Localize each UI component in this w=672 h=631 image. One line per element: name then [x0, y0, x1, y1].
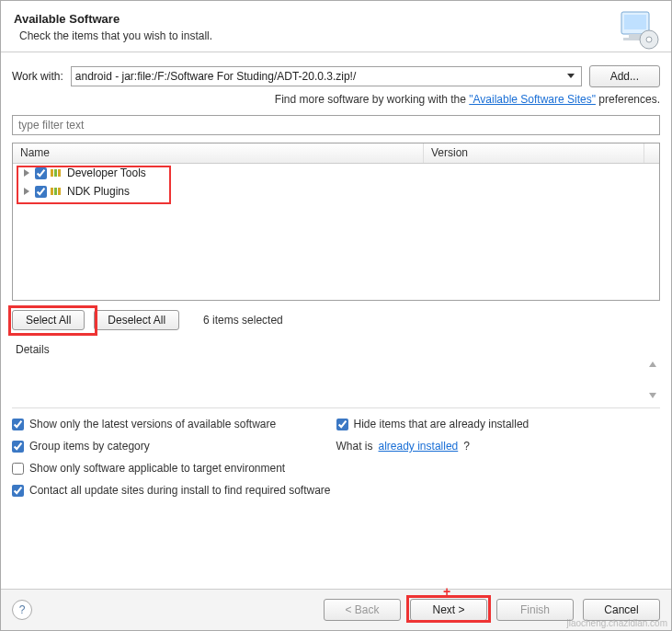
- checkbox[interactable]: [12, 419, 24, 430]
- what-is-installed: What is already installed?: [336, 440, 661, 453]
- help-icon[interactable]: ?: [12, 600, 32, 620]
- svg-rect-9: [54, 169, 57, 177]
- dialog-header: Available Software Check the items that …: [1, 1, 671, 52]
- svg-rect-10: [58, 169, 61, 177]
- work-with-value: android - jar:file:/F:/Software For Stud…: [75, 70, 564, 83]
- deselect-all-button[interactable]: Deselect All: [94, 310, 179, 330]
- opt-show-latest[interactable]: Show only the latest versions of availab…: [12, 418, 336, 430]
- opt-applicable[interactable]: Show only software applicable to target …: [12, 462, 660, 475]
- back-button[interactable]: < Back: [324, 599, 401, 621]
- tree-label: Developer Tools: [67, 166, 146, 179]
- svg-rect-1: [624, 15, 646, 29]
- checkbox[interactable]: [336, 419, 348, 430]
- tree-header: Name Version: [13, 143, 659, 164]
- find-more-text: Find more software by working with the "…: [12, 93, 660, 106]
- svg-rect-8: [51, 169, 53, 177]
- tree-checkbox[interactable]: [35, 186, 47, 198]
- svg-point-5: [646, 37, 652, 42]
- next-button[interactable]: Next >: [410, 599, 487, 621]
- already-installed-link[interactable]: already installed: [379, 440, 459, 453]
- work-with-label: Work with:: [12, 70, 63, 83]
- svg-marker-15: [649, 361, 656, 367]
- tree-row[interactable]: Developer Tools: [13, 164, 659, 182]
- checkbox[interactable]: [12, 463, 24, 475]
- software-tree: Name Version Developer Tools NDK Plugins: [12, 143, 660, 301]
- divider: [12, 407, 660, 408]
- tree-label: NDK Plugins: [67, 185, 130, 198]
- page-subtitle: Check the items that you wish to install…: [19, 29, 658, 42]
- opt-group-category[interactable]: Group items by category: [12, 440, 336, 453]
- select-all-button[interactable]: Select All: [12, 310, 85, 330]
- checkbox[interactable]: [12, 441, 24, 453]
- selection-count: 6 items selected: [203, 314, 283, 327]
- expand-icon[interactable]: [22, 168, 31, 178]
- svg-rect-12: [51, 188, 53, 195]
- details-label: Details: [16, 343, 660, 356]
- install-icon: [614, 8, 660, 51]
- column-name[interactable]: Name: [13, 143, 424, 163]
- watermark: jiaocheng.chazidian.com: [566, 618, 667, 628]
- opt-hide-installed[interactable]: Hide items that are already installed: [336, 418, 661, 430]
- tree-checkbox[interactable]: [35, 167, 47, 179]
- available-sites-link[interactable]: "Available Software Sites": [469, 93, 596, 106]
- opt-contact-all[interactable]: Contact all update sites during install …: [12, 484, 660, 497]
- work-with-combo[interactable]: android - jar:file:/F:/Software For Stud…: [71, 66, 582, 86]
- feature-icon: [51, 167, 63, 178]
- details-area: [12, 358, 660, 402]
- tree-row[interactable]: NDK Plugins: [13, 182, 659, 201]
- finish-button[interactable]: Finish: [496, 599, 574, 621]
- svg-marker-7: [24, 169, 29, 177]
- chevron-down-icon[interactable]: [564, 74, 577, 79]
- details-scroll[interactable]: [647, 361, 658, 398]
- svg-marker-16: [649, 393, 656, 398]
- checkbox[interactable]: [12, 485, 24, 497]
- feature-icon: [51, 186, 63, 197]
- add-button[interactable]: Add...: [589, 65, 660, 87]
- column-version[interactable]: Version: [424, 143, 644, 163]
- svg-rect-13: [54, 188, 57, 195]
- filter-input[interactable]: [12, 115, 660, 135]
- page-title: Available Software: [14, 12, 658, 26]
- svg-marker-11: [24, 188, 29, 195]
- svg-rect-14: [58, 188, 61, 195]
- svg-marker-6: [567, 74, 575, 78]
- expand-icon[interactable]: [22, 187, 31, 196]
